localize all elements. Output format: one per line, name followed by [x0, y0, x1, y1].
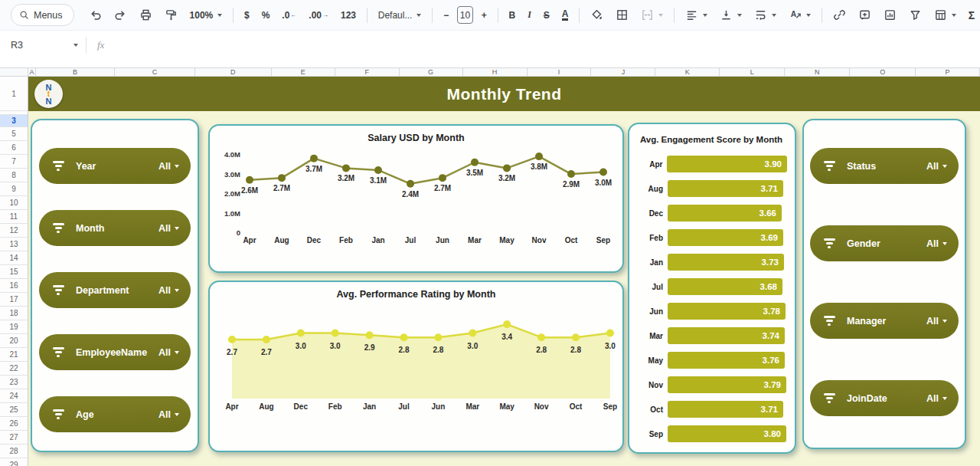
bold-button[interactable]: B	[503, 7, 521, 24]
filter-manager[interactable]: ManagerAll	[810, 303, 959, 339]
row-header-11[interactable]: 11	[0, 210, 28, 224]
row-header-28[interactable]: 28	[0, 445, 28, 458]
row-header-10[interactable]: 10	[0, 196, 28, 210]
row-header-16[interactable]: 16	[0, 279, 28, 293]
column-header-p[interactable]: P	[916, 67, 980, 77]
row-header-8[interactable]: 8	[0, 169, 28, 182]
number-format-button[interactable]: 123	[335, 7, 361, 24]
filter-employeename[interactable]: EmployeeNameAll	[39, 334, 191, 370]
insert-chart-button[interactable]	[878, 5, 902, 25]
italic-button[interactable]: I	[522, 6, 537, 24]
row-header-14[interactable]: 14	[0, 251, 28, 265]
column-header-k[interactable]: K	[655, 67, 720, 77]
menus-search[interactable]: Menus	[11, 4, 74, 26]
row-header-26[interactable]: 26	[0, 417, 28, 431]
column-header-a[interactable]: A	[28, 67, 36, 77]
borders-button[interactable]	[610, 5, 634, 25]
font-size-input[interactable]: 10	[457, 6, 473, 24]
insert-link-button[interactable]	[828, 5, 851, 25]
column-header-g[interactable]: G	[400, 67, 463, 77]
format-currency-button[interactable]: $	[239, 7, 255, 24]
text-rotation-button[interactable]: A	[783, 5, 816, 25]
row-header-17[interactable]: 17	[0, 293, 28, 307]
format-percent-button[interactable]: %	[256, 7, 276, 24]
column-header-f[interactable]: F	[335, 67, 400, 77]
decrease-font-size-button[interactable]: −	[438, 7, 454, 24]
fill-color-button[interactable]	[585, 5, 609, 25]
bar-jan: 3.73	[668, 254, 784, 271]
sheet-canvas[interactable]: N t N Monthly Trend YearAllMonthAllDepar…	[28, 77, 980, 466]
column-header-d[interactable]: D	[195, 67, 272, 77]
filter-value-dropdown[interactable]: All	[158, 161, 179, 172]
text-color-button[interactable]: A	[557, 7, 574, 24]
filter-value-dropdown[interactable]: All	[158, 285, 179, 296]
print-button[interactable]	[134, 5, 158, 25]
row-header-9[interactable]: 9	[0, 182, 28, 196]
column-header-c[interactable]: C	[115, 67, 195, 77]
undo-button[interactable]	[83, 5, 107, 25]
filter-value-dropdown[interactable]: All	[926, 316, 947, 327]
column-header-b[interactable]: B	[36, 67, 115, 77]
column-header-e[interactable]: E	[272, 67, 335, 77]
zoom-select[interactable]: 100%	[185, 7, 228, 24]
row-header-1[interactable]: 1	[0, 77, 28, 111]
filter-month[interactable]: MonthAll	[39, 210, 191, 246]
filter-status[interactable]: StatusAll	[810, 148, 959, 184]
merge-cells-button[interactable]	[635, 5, 668, 25]
table-views-button[interactable]	[929, 5, 962, 25]
row-header-24[interactable]: 24	[0, 389, 28, 403]
row-header-18[interactable]: 18	[0, 307, 28, 320]
increase-decimal-button[interactable]: .00→	[303, 7, 334, 24]
text-wrap-button[interactable]	[749, 5, 782, 25]
filter-value-dropdown[interactable]: All	[158, 409, 179, 420]
vertical-align-button[interactable]	[714, 5, 747, 25]
row-header-21[interactable]: 21	[0, 348, 28, 362]
filter-value-dropdown[interactable]: All	[158, 223, 179, 234]
column-header-h[interactable]: H	[463, 67, 528, 77]
row-header-3[interactable]: 3	[0, 115, 28, 127]
filter-value-dropdown[interactable]: All	[926, 238, 947, 249]
horizontal-align-button[interactable]	[680, 5, 713, 25]
create-filter-button[interactable]	[903, 5, 927, 25]
column-header-l[interactable]: L	[720, 67, 785, 77]
select-all-corner[interactable]	[0, 67, 28, 77]
filter-value-dropdown[interactable]: All	[158, 347, 179, 358]
filter-gender[interactable]: GenderAll	[810, 225, 959, 261]
decrease-decimal-button[interactable]: .0←	[276, 7, 302, 24]
row-header-20[interactable]: 20	[0, 334, 28, 348]
row-header-27[interactable]: 27	[0, 431, 28, 445]
functions-button[interactable]: Σ	[963, 6, 980, 25]
font-family-select[interactable]: Defaul...	[373, 7, 427, 24]
row-header-23[interactable]: 23	[0, 376, 28, 389]
row-header-29[interactable]: 29	[0, 458, 28, 466]
row-header-7[interactable]: 7	[0, 155, 28, 169]
column-header-i[interactable]: I	[528, 67, 592, 77]
filter-joindate[interactable]: JoinDateAll	[810, 380, 959, 416]
row-header-13[interactable]: 13	[0, 238, 28, 251]
chevron-down-icon	[175, 289, 179, 292]
row-header-25[interactable]: 25	[0, 403, 28, 417]
redo-button[interactable]	[109, 5, 132, 25]
strikethrough-button[interactable]: S	[538, 7, 555, 24]
chevron-down-icon	[806, 14, 811, 17]
row-header-15[interactable]: 15	[0, 265, 28, 279]
filter-value-dropdown[interactable]: All	[926, 161, 947, 172]
paint-format-button[interactable]	[159, 5, 183, 25]
row-header-19[interactable]: 19	[0, 320, 28, 334]
increase-font-size-button[interactable]: +	[476, 7, 492, 24]
filter-year[interactable]: YearAll	[39, 148, 191, 184]
column-header-o[interactable]: O	[850, 67, 916, 77]
svg-text:3.2M: 3.2M	[498, 174, 515, 182]
chevron-down-icon	[658, 14, 663, 17]
row-header-6[interactable]: 6	[0, 141, 28, 155]
filter-value-dropdown[interactable]: All	[926, 393, 947, 404]
row-header-22[interactable]: 22	[0, 362, 28, 376]
filter-age[interactable]: AgeAll	[39, 396, 191, 432]
row-header-5[interactable]: 5	[0, 127, 28, 141]
row-header-12[interactable]: 12	[0, 224, 28, 238]
insert-comment-button[interactable]	[853, 5, 877, 25]
column-header-n[interactable]: N	[785, 67, 850, 77]
column-header-j[interactable]: J	[591, 67, 655, 77]
name-box[interactable]: R3	[0, 40, 86, 51]
filter-department[interactable]: DepartmentAll	[39, 272, 191, 308]
